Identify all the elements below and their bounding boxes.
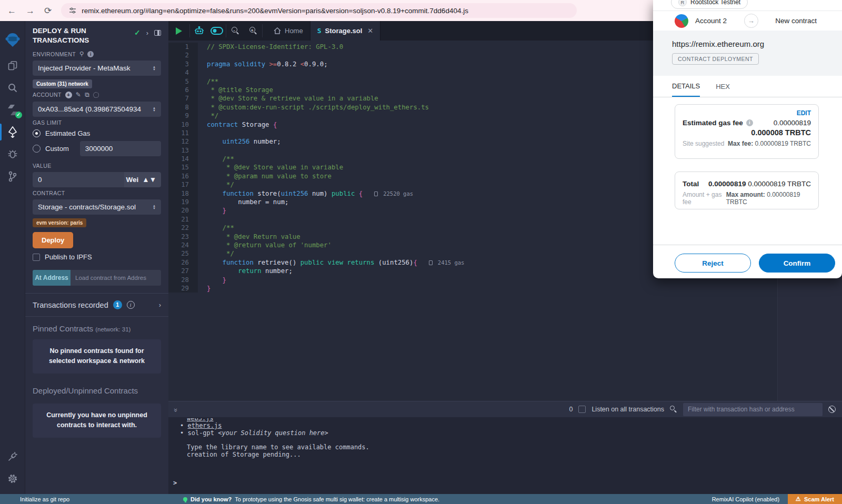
publish-checkbox[interactable]: [33, 254, 40, 261]
custom-gas-option[interactable]: Custom: [33, 141, 161, 156]
remix-logo-icon[interactable]: [0, 24, 25, 55]
terminal-search-icon[interactable]: [670, 406, 677, 413]
amount-gas-label: Amount + gas fee: [683, 191, 726, 206]
tab-home[interactable]: Home: [267, 21, 310, 41]
network-avatar: R: [678, 0, 687, 6]
terminal-text: Type the library name to see available c…: [187, 444, 842, 451]
deploy-run-icon[interactable]: [0, 121, 25, 143]
radio-selected-icon[interactable]: [33, 129, 41, 137]
code-line: 29}: [168, 284, 842, 293]
transactions-info-icon[interactable]: i: [127, 301, 135, 309]
clear-console-icon[interactable]: [828, 406, 836, 413]
contract-label: CONTRACT: [33, 190, 65, 196]
tab-home-label: Home: [285, 27, 303, 35]
gas-pump-icon: [374, 191, 378, 196]
zoom-in-icon: +: [249, 27, 257, 35]
solidity-compiler-icon[interactable]: ✓: [0, 99, 25, 121]
recipient: New contract: [775, 17, 817, 25]
chevron-updown-icon: ▲▼: [142, 176, 156, 184]
ai-copilot-button[interactable]: [190, 21, 208, 41]
git-init-button[interactable]: Initialize as git repo: [0, 496, 69, 502]
run-script-button[interactable]: [168, 21, 189, 41]
copilot-status[interactable]: RemixAI Copilot (enabled): [712, 496, 779, 502]
pinned-network-suffix: (network: 31): [95, 326, 131, 332]
environment-select[interactable]: Injected Provider - MetaMask ▲▼: [33, 61, 161, 76]
radio-unselected-icon[interactable]: [33, 145, 41, 153]
confirm-button[interactable]: Confirm: [759, 254, 835, 273]
tip-title: Did you know?: [191, 496, 232, 502]
edit-gas-link[interactable]: EDIT: [683, 109, 811, 117]
network-selector[interactable]: R Rootstock Testnet: [671, 0, 748, 9]
transaction-count: 0: [569, 406, 573, 413]
add-account-icon[interactable]: +: [65, 92, 72, 98]
publish-ipfs-option[interactable]: Publish to IPFS: [33, 253, 161, 261]
zoom-in-button[interactable]: +: [244, 21, 262, 41]
gas-estimate: 22520 gas: [383, 190, 413, 197]
copilot-toggle[interactable]: [208, 21, 226, 41]
environment-info-icon[interactable]: i: [87, 51, 94, 57]
contract-select[interactable]: Storage - contracts/Storage.sol ▲▼: [33, 199, 161, 215]
pinned-contracts-title: Pinned Contracts (network: 31): [25, 317, 168, 333]
reject-button[interactable]: Reject: [675, 254, 751, 273]
tab-details[interactable]: DETAILS: [672, 76, 700, 97]
back-icon[interactable]: ←: [7, 6, 16, 15]
library-link[interactable]: ethers.js: [187, 422, 222, 429]
at-address-input[interactable]: [71, 270, 161, 286]
plugin-icon-rail: ✓: [0, 21, 25, 494]
git-icon[interactable]: [0, 165, 25, 187]
reload-icon[interactable]: ⟳: [44, 6, 52, 15]
terminal[interactable]: web3.jsethers.jssol-gpt <your Solidity q…: [168, 417, 842, 494]
plug-icon[interactable]: ⚲: [79, 51, 84, 57]
pin-panel-icon[interactable]: [154, 30, 161, 36]
chevron-updown-icon: ▲▼: [153, 205, 156, 210]
account-select[interactable]: 0xA03...85ac4 (0.398673504934 ▲▼: [33, 102, 161, 117]
close-tab-icon[interactable]: ✕: [367, 27, 373, 35]
site-settings-icon[interactable]: [68, 6, 77, 15]
deploy-button[interactable]: Deploy: [33, 232, 73, 248]
scam-alert-label: Scam Alert: [804, 496, 834, 502]
scam-alert-button[interactable]: ⚠ Scam Alert: [788, 494, 842, 504]
url-text: remix.ethereum.org/#lang=en&optimize=fal…: [82, 7, 468, 15]
custom-gas-label: Custom: [45, 145, 69, 153]
search-plugin-icon[interactable]: [0, 77, 25, 99]
terminal-prompt[interactable]: >: [173, 479, 177, 487]
copy-account-icon[interactable]: ⧉: [85, 91, 89, 98]
estimated-gas-label: Estimated Gas: [45, 129, 90, 137]
collapse-terminal-icon[interactable]: »: [172, 408, 180, 410]
value-input[interactable]: [33, 172, 124, 187]
total-value: 0.00000819 0.00000819 TRBTC: [708, 180, 811, 188]
file-explorer-icon[interactable]: [0, 55, 25, 77]
network-name: Rootstock Testnet: [690, 0, 740, 6]
address-bar[interactable]: remix.ethereum.org/#lang=en&optimize=fal…: [61, 3, 577, 18]
value-unit-select[interactable]: Wei ▲▼: [124, 172, 161, 187]
settings-gear-icon[interactable]: [0, 468, 25, 490]
filter-input[interactable]: [683, 403, 823, 416]
chevron-updown-icon: ▲▼: [153, 107, 156, 112]
custom-gas-input[interactable]: [80, 141, 161, 156]
forward-icon[interactable]: →: [26, 6, 35, 15]
warning-icon: ⚠: [796, 496, 801, 502]
evm-version-badge: evm version: paris: [33, 218, 86, 227]
terminal-text: creation of Storage pending...: [187, 451, 842, 459]
zoom-out-button[interactable]: -: [226, 21, 244, 41]
at-address-button[interactable]: At Address: [33, 270, 71, 286]
sender-account: Account 2: [695, 17, 727, 25]
site-suggested-label: Site suggested: [683, 140, 724, 147]
gas-fee-native: 0.000008 TRBTC: [683, 128, 811, 137]
collapse-panel-icon[interactable]: ›: [146, 29, 148, 37]
refresh-spinner-icon: [93, 92, 99, 98]
transactions-recorded-row[interactable]: Transactions recorded 1 i ›: [25, 294, 168, 316]
listen-checkbox[interactable]: [578, 406, 586, 413]
play-icon: [176, 27, 182, 35]
library-link-line: ethers.js: [180, 422, 842, 430]
debugger-icon[interactable]: [0, 143, 25, 165]
tab-storage-sol[interactable]: S Storage.sol ✕: [310, 21, 381, 41]
plugin-manager-icon[interactable]: [0, 446, 25, 468]
edit-account-icon[interactable]: ✎: [76, 91, 81, 98]
estimated-gas-option[interactable]: Estimated Gas: [33, 129, 161, 137]
account-value: 0xA03...85ac4 (0.398673504934: [38, 105, 141, 113]
tab-hex[interactable]: HEX: [716, 76, 730, 97]
gas-info-icon[interactable]: i: [746, 119, 753, 126]
expand-chevron-icon[interactable]: ›: [159, 301, 161, 309]
total-label: Total: [683, 180, 699, 188]
